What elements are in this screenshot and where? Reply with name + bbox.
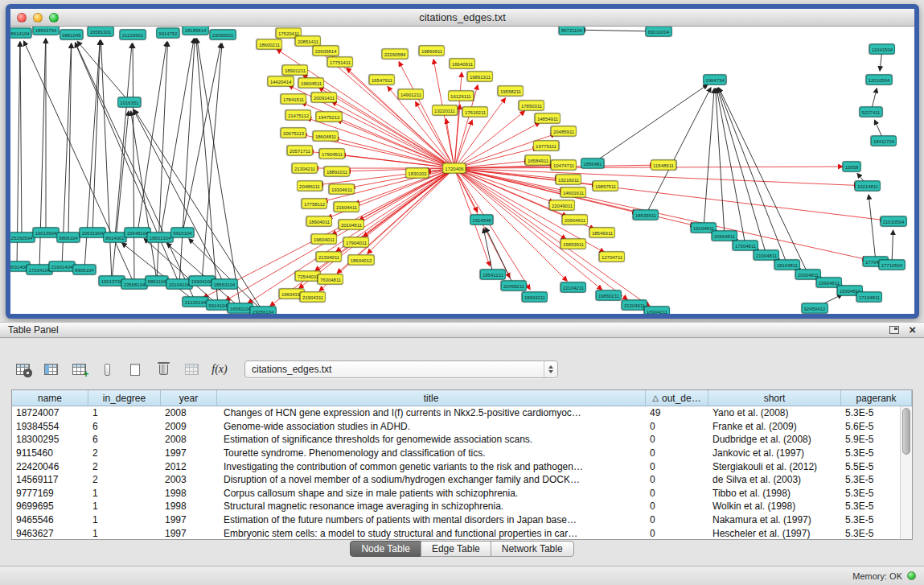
network-node[interactable]: 19558211: [498, 86, 524, 97]
network-node[interactable]: 22049011: [549, 200, 575, 211]
network-node[interactable]: 18104811: [774, 260, 800, 270]
network-node[interactable]: 1830202: [405, 168, 429, 179]
network-node[interactable]: 15853911: [561, 239, 586, 249]
import-table-button[interactable]: [180, 359, 203, 380]
column-header-short[interactable]: short: [708, 390, 841, 406]
network-node[interactable]: 20486111: [297, 181, 322, 192]
network-node[interactable]: 9915104: [170, 228, 194, 238]
network-node[interactable]: 9861104: [146, 276, 169, 286]
network-node[interactable]: 9227411: [860, 107, 883, 117]
table-mode-button[interactable]: [11, 359, 34, 380]
network-node[interactable]: 21904311: [300, 292, 326, 303]
network-node[interactable]: 92450412: [802, 303, 828, 314]
network-node[interactable]: 15958: [843, 162, 861, 172]
network-node[interactable]: 25260594: [10, 233, 35, 243]
table-row[interactable]: 1830029562008Estimation of significance …: [12, 433, 912, 447]
network-node[interactable]: 9861045: [60, 30, 83, 40]
network-node[interactable]: 23056104: [250, 307, 277, 315]
network-node[interactable]: 21220901: [120, 30, 146, 40]
minimize-window-button[interactable]: [33, 13, 43, 23]
network-node[interactable]: 1720406: [442, 163, 466, 174]
tab-network-table[interactable]: Network Table: [491, 541, 574, 557]
network-node[interactable]: 18185814: [183, 27, 209, 35]
network-node[interactable]: 17904011: [343, 237, 369, 248]
network-node[interactable]: 2016351: [117, 97, 141, 108]
close-panel-icon[interactable]: ×: [909, 325, 916, 335]
table-row[interactable]: 946362711997Embryonic stem cells: a mode…: [12, 526, 912, 540]
network-node[interactable]: 85721104: [559, 27, 585, 35]
network-node[interactable]: 20104511: [339, 220, 364, 230]
network-node[interactable]: 22260584: [382, 49, 409, 60]
delete-table-button[interactable]: [152, 359, 175, 380]
network-node[interactable]: 22104211: [561, 282, 586, 293]
network-node[interactable]: 20458211: [501, 281, 527, 291]
network-node[interactable]: 17758112: [302, 199, 327, 209]
network-node[interactable]: 23056501: [210, 30, 236, 40]
network-node[interactable]: 23568104: [121, 279, 148, 290]
float-panel-icon[interactable]: [889, 326, 899, 334]
network-node[interactable]: 17304811: [733, 241, 758, 251]
network-node[interactable]: 9914104: [206, 300, 229, 311]
close-window-button[interactable]: [17, 13, 27, 23]
network-node[interactable]: 18604211: [522, 292, 548, 303]
zoom-window-button[interactable]: [49, 13, 59, 23]
column-header-name[interactable]: name: [12, 390, 88, 406]
column-header-out_degree[interactable]: △out_de…: [646, 390, 708, 406]
network-node[interactable]: 18563104: [211, 279, 238, 290]
network-node[interactable]: 12704711: [599, 252, 625, 262]
table-select-combo[interactable]: citations_edges.txt: [244, 360, 558, 378]
network-node[interactable]: 20485911: [551, 126, 577, 137]
network-node[interactable]: 19861311: [467, 72, 493, 82]
network-node[interactable]: 14420414: [268, 76, 294, 87]
network-node[interactable]: 21904811: [754, 250, 779, 261]
network-node[interactable]: 20675113: [281, 128, 306, 138]
network-node[interactable]: 19775111: [533, 141, 559, 151]
network-node[interactable]: 21220104: [183, 297, 209, 307]
network-node[interactable]: 18411704: [871, 136, 897, 146]
network-node[interactable]: 16547911: [369, 75, 395, 85]
network-node[interactable]: 11548911: [651, 160, 676, 171]
row-bar-button[interactable]: [96, 359, 118, 380]
tab-node-table[interactable]: Node Table: [350, 541, 421, 557]
tab-edge-table[interactable]: Edge Table: [421, 541, 491, 557]
network-node[interactable]: 20631904: [80, 228, 106, 238]
column-header-pagerank[interactable]: pagerank: [841, 390, 912, 406]
network-node[interactable]: 13220111: [432, 105, 458, 116]
network-node[interactable]: 18600211: [257, 39, 282, 50]
scrollbar-thumb[interactable]: [902, 408, 910, 455]
column-header-title[interactable]: title: [217, 390, 646, 406]
network-node[interactable]: 10474711: [551, 160, 577, 171]
network-node[interactable]: 1914548: [470, 215, 493, 225]
network-node[interactable]: 18604811: [313, 131, 339, 142]
network-node[interactable]: 18891011: [324, 167, 350, 177]
network-node[interactable]: 1964734: [703, 75, 726, 85]
network-node[interactable]: 83010004: [646, 27, 672, 37]
network-node[interactable]: 21901404: [49, 262, 76, 272]
network-node[interactable]: 9806104: [56, 233, 80, 243]
network-node[interactable]: 22605814: [313, 46, 339, 56]
table-row[interactable]: 1456911722003Disruption of a novel membe…: [12, 473, 912, 487]
network-node[interactable]: 16640911: [450, 59, 475, 69]
network-node[interactable]: 20091411: [311, 93, 337, 103]
network-node[interactable]: 17904511: [319, 149, 345, 159]
column-header-in_degree[interactable]: in_degree: [88, 390, 161, 406]
network-node[interactable]: 8905104: [72, 265, 96, 275]
network-node[interactable]: 21475112: [285, 110, 311, 121]
network-node[interactable]: 18604012: [348, 255, 375, 266]
function-builder-button[interactable]: f(x): [208, 359, 231, 380]
network-node[interactable]: 21604411: [334, 202, 359, 212]
network-node[interactable]: 21304211: [292, 163, 318, 174]
table-row[interactable]: 911546021997Tourette syndrome. Phenomeno…: [12, 447, 912, 460]
network-node[interactable]: 8614001: [103, 233, 126, 243]
show-columns-button[interactable]: [39, 359, 62, 380]
table-row[interactable]: 1938455462009Genome-wide association stu…: [12, 420, 912, 434]
table-row[interactable]: 946554611997Estimation of the future num…: [12, 513, 912, 527]
network-node[interactable]: 12010504: [866, 75, 893, 85]
network-node[interactable]: 76304811: [318, 274, 343, 285]
table-row[interactable]: 969969511998Structural magnetic resonanc…: [12, 500, 912, 513]
network-node[interactable]: 1856481: [581, 159, 604, 169]
add-column-button[interactable]: [68, 359, 90, 380]
network-canvas[interactable]: 8614104185637549861045165813012122090199…: [10, 27, 914, 314]
table-row[interactable]: 977716911998Corpus callosum shape and si…: [12, 487, 912, 501]
network-node[interactable]: 14901211: [398, 89, 424, 100]
